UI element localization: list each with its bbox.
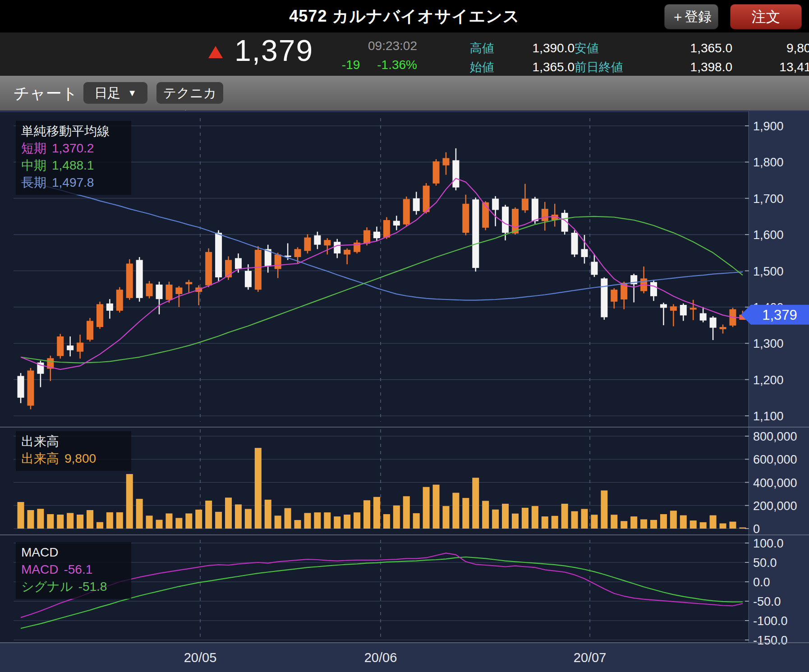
quote-bar: 1,379 09:23:02 -19 -1.36% 高値 1,390.0 安値 … <box>0 32 809 76</box>
svg-text:1,600: 1,600 <box>753 228 784 242</box>
svg-text:1,200: 1,200 <box>753 373 784 387</box>
sma-mid-row: 中期 1,488.1 <box>21 157 125 174</box>
svg-text:0.0: 0.0 <box>753 575 770 589</box>
macd-value: -56.1 <box>64 561 92 578</box>
signal-row: シグナル -51.8 <box>21 578 125 595</box>
chevron-down-icon: ▼ <box>128 88 137 98</box>
svg-text:1,900: 1,900 <box>753 120 784 133</box>
volume-legend: 出来高 出来高 9,800 <box>16 431 131 471</box>
low-label: 安値 <box>575 40 653 56</box>
svg-text:400,000: 400,000 <box>753 476 797 490</box>
svg-text:800,000: 800,000 <box>753 430 797 443</box>
volume-today-value: 9,800 <box>732 41 809 55</box>
sma-short-value: 1,370.2 <box>52 140 94 157</box>
high-value: 1,390.0 <box>511 41 575 55</box>
low-value: 1,365.0 <box>653 41 732 55</box>
svg-text:1,100: 1,100 <box>753 410 784 423</box>
order-button[interactable]: 注文 <box>730 4 802 29</box>
volume-row: 出来高 9,800 <box>21 450 125 467</box>
svg-text:20/05: 20/05 <box>184 650 217 665</box>
svg-text:1,500: 1,500 <box>753 265 784 278</box>
turnover-value: 13,412 <box>732 60 809 74</box>
sma-long-value: 1,497.8 <box>52 174 94 191</box>
svg-text:200,000: 200,000 <box>753 499 797 513</box>
svg-text:-150.0: -150.0 <box>753 634 788 647</box>
volume-value: 9,800 <box>64 450 96 467</box>
timeframe-value: 日足 <box>94 86 120 100</box>
change-percent: -1.36% <box>377 58 417 72</box>
svg-text:-100.0: -100.0 <box>753 614 788 628</box>
svg-text:1,379: 1,379 <box>762 307 797 323</box>
sma-mid-value: 1,488.1 <box>52 157 94 174</box>
signal-label: シグナル <box>21 578 73 595</box>
svg-text:20/07: 20/07 <box>574 650 607 665</box>
svg-text:1,300: 1,300 <box>753 337 784 350</box>
sma-short-label: 短期 <box>21 140 46 157</box>
svg-text:50.0: 50.0 <box>753 556 777 570</box>
high-label: 高値 <box>470 40 511 56</box>
volume-label: 出来高 <box>21 450 59 467</box>
svg-text:1,800: 1,800 <box>753 156 784 169</box>
price-change: -19 -1.36% <box>316 58 417 72</box>
current-price: 1,379 <box>234 33 313 68</box>
timeframe-dropdown[interactable]: 日足 ▼ <box>83 82 147 104</box>
svg-text:-50.0: -50.0 <box>753 595 781 608</box>
svg-text:600,000: 600,000 <box>753 453 797 466</box>
macd-row: MACD -56.1 <box>21 561 125 578</box>
register-button[interactable]: ＋登録 <box>664 4 718 29</box>
macd-legend: MACD MACD -56.1 シグナル -51.8 <box>16 542 131 599</box>
sma-mid-label: 中期 <box>21 157 46 174</box>
open-label: 始値 <box>470 59 511 75</box>
trading-app: 4572 カルナバイオサイエンス ＋登録 注文 1,379 09:23:02 -… <box>0 0 809 672</box>
sma-legend-title: 単純移動平均線 <box>21 123 125 140</box>
macd-label: MACD <box>21 561 58 578</box>
svg-text:100.0: 100.0 <box>753 537 784 550</box>
technical-dropdown[interactable]: テクニカル▼ <box>156 82 223 104</box>
svg-text:1,700: 1,700 <box>753 192 784 206</box>
volume-legend-title: 出来高 <box>21 433 125 450</box>
open-value: 1,365.0 <box>511 60 575 74</box>
change-value: -19 <box>342 58 360 72</box>
chart-canvas[interactable]: 1,9001,8001,7001,6001,5001,4001,3001,200… <box>0 110 809 672</box>
sma-long-label: 長期 <box>21 174 46 191</box>
sma-short-row: 短期 1,370.2 <box>21 140 125 157</box>
svg-text:0: 0 <box>753 522 760 536</box>
sma-legend: 単純移動平均線 短期 1,370.2 中期 1,488.1 長期 1,497.8 <box>16 121 131 195</box>
chart-toolbar: チャート 日足 ▼ テクニカル▼ 縦軸固定 <box>0 76 809 110</box>
svg-text:20/06: 20/06 <box>364 650 397 665</box>
signal-value: -51.8 <box>78 578 107 595</box>
chart-tab-label: チャート <box>14 76 78 110</box>
header-bar: 4572 カルナバイオサイエンス ＋登録 注文 <box>0 0 809 32</box>
quote-time: 09:23:02 <box>331 39 417 53</box>
prev-close-value: 1,398.0 <box>653 60 732 74</box>
quote-grid: 高値 1,390.0 安値 1,365.0 9,800 始値 1,365.0 前… <box>470 39 809 77</box>
uptick-triangle-icon <box>208 46 223 58</box>
prev-close-label: 前日終値 <box>575 59 653 75</box>
sma-long-row: 長期 1,497.8 <box>21 174 125 191</box>
macd-legend-title: MACD <box>21 544 125 561</box>
